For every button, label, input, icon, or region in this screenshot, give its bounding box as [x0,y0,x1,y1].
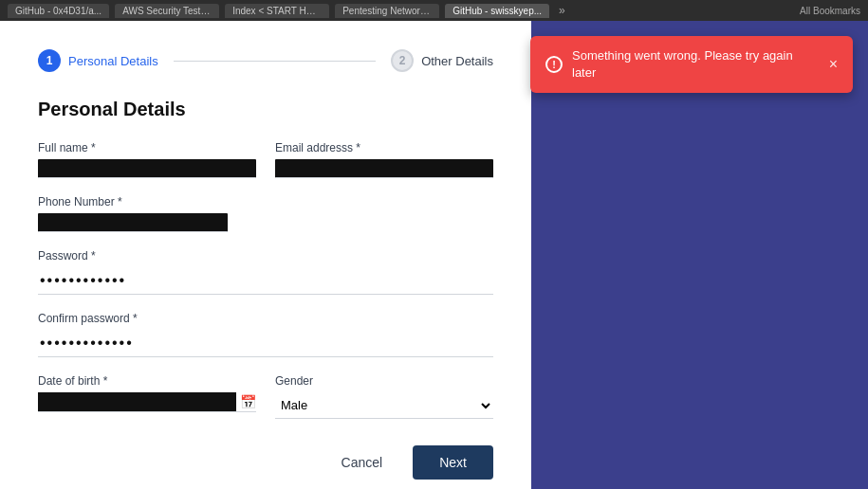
error-icon: ! [545,56,563,73]
toast-close-button[interactable]: × [829,56,838,73]
full-name-group: Full name * [38,141,256,178]
stepper: 1 Personal Details 2 Other Details [38,49,493,72]
form-footer: Cancel Next [38,445,493,480]
main-area: 1 Personal Details 2 Other Details Perso… [0,21,868,489]
browser-tab-4[interactable]: Pentesting Network... [335,4,439,18]
step-2-label: Other Details [421,54,493,68]
confirm-password-row: Confirm password * ••••••••••••• [38,312,493,357]
name-email-row: Full name * Email addresss * [38,141,493,178]
step-2-circle: 2 [391,49,414,72]
gender-group: Gender Male Female Other [275,374,493,419]
gender-label: Gender [275,374,493,388]
phone-group: Phone Number * [38,195,493,232]
error-toast: ! Something went wrong. Please try again… [530,36,853,93]
full-name-label: Full name * [38,141,256,154]
email-input[interactable] [275,159,493,178]
browser-tab-2[interactable]: AWS Security Testin... [115,4,219,18]
bookmarks-button[interactable]: All Bookmarks [800,6,860,16]
tab-label-5: GitHub - swisskyep... [452,6,542,16]
cancel-button[interactable]: Cancel [326,447,398,478]
full-name-input[interactable] [38,159,256,178]
dob-input-wrapper: 📅 [38,392,256,412]
tab-label-4: Pentesting Network... [342,6,433,16]
tab-label-1: GitHub - 0x4D31/a... [15,6,102,16]
step-divider [174,61,376,62]
browser-tab-3[interactable]: Index < START HER... [225,4,329,18]
password-group: Password * •••••••••••• [38,249,493,295]
phone-label: Phone Number * [38,195,493,208]
email-label: Email addresss * [275,141,493,154]
tab-label-2: AWS Security Testin... [122,6,215,16]
browser-tab-5[interactable]: GitHub - swisskyep... [445,4,549,18]
dob-group: Date of birth * 📅 [38,374,256,419]
tab-label-3: Index < START HER... [232,6,327,16]
dob-input[interactable] [38,392,236,411]
phone-row: Phone Number * [38,195,493,232]
step-1-circle: 1 [38,49,61,72]
dob-gender-row: Date of birth * 📅 Gender Male Female Oth… [38,374,493,419]
email-group: Email addresss * [275,141,493,178]
dob-label: Date of birth * [38,374,256,388]
confirm-password-label: Confirm password * [38,312,493,325]
form-panel: 1 Personal Details 2 Other Details Perso… [0,21,531,489]
next-button[interactable]: Next [413,445,493,480]
password-label: Password * [38,249,493,263]
browser-chrome: GitHub - 0x4D31/a... AWS Security Testin… [0,0,868,21]
confirm-password-group: Confirm password * ••••••••••••• [38,312,493,357]
phone-input[interactable] [38,213,228,232]
password-input[interactable]: •••••••••••• [38,267,493,295]
more-tabs-button[interactable]: » [555,2,569,19]
gender-select[interactable]: Male Female Other [275,392,493,419]
step-2: 2 Other Details [391,49,493,72]
password-row: Password * •••••••••••• [38,249,493,295]
browser-tab-1[interactable]: GitHub - 0x4D31/a... [8,4,109,18]
step-1-label: Personal Details [68,54,158,68]
confirm-password-input[interactable]: ••••••••••••• [38,330,493,357]
error-message: Something went wrong. Please try again l… [572,47,820,82]
calendar-icon: 📅 [240,394,256,409]
step-1: 1 Personal Details [38,49,158,72]
form-title: Personal Details [38,99,493,120]
